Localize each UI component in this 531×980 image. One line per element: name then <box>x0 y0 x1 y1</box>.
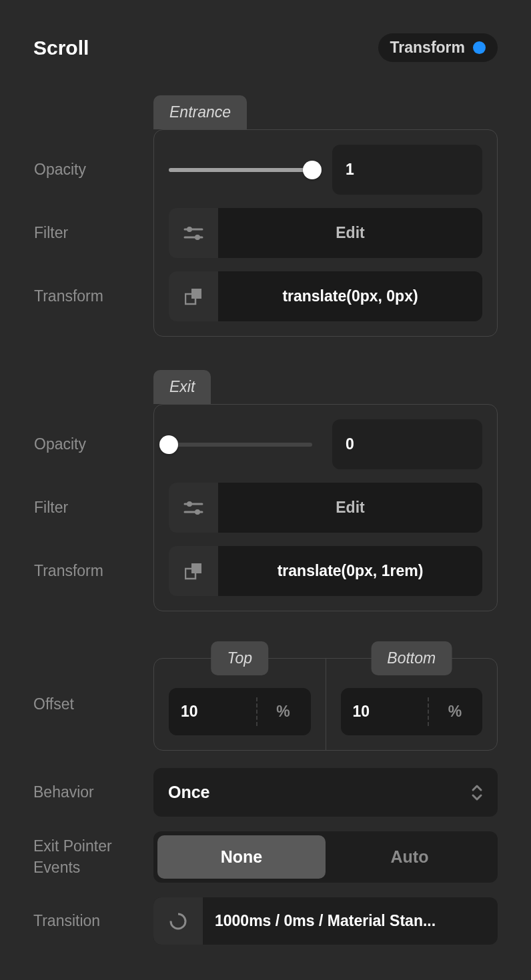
pointer-events-segmented: None Auto <box>153 831 498 883</box>
transform-badge-label: Transform <box>390 39 465 57</box>
entrance-transform-label: Transform <box>34 287 154 305</box>
offset-top-unit[interactable]: % <box>256 688 311 735</box>
entrance-filter-label: Filter <box>34 224 154 242</box>
offset-group: Top 10 % Bottom 10 % <box>153 658 498 751</box>
scroll-panel: Scroll Transform Entrance Opacity <box>0 0 531 971</box>
entrance-opacity-label: Opacity <box>34 161 154 179</box>
behavior-label: Behavior <box>33 783 153 801</box>
svg-rect-11 <box>191 563 201 573</box>
exit-tab: Exit <box>153 370 211 404</box>
offset-bottom-unit[interactable]: % <box>428 688 482 735</box>
transform-badge[interactable]: Transform <box>378 33 498 62</box>
exit-transform-button[interactable]: translate(0px, 1rem) <box>218 546 482 596</box>
entrance-group: Entrance Opacity 1 <box>153 95 498 337</box>
panel-header: Scroll Transform <box>33 33 498 62</box>
sliders-icon <box>169 483 218 533</box>
exit-transform-label: Transform <box>34 562 154 580</box>
offset-label: Offset <box>33 695 153 713</box>
offset-bottom-value: 10 <box>341 688 428 735</box>
status-dot-icon <box>473 41 486 54</box>
pointer-events-none[interactable]: None <box>157 835 326 879</box>
exit-group: Exit Opacity 0 <box>153 370 498 611</box>
panel-title: Scroll <box>33 37 89 59</box>
svg-point-8 <box>187 501 192 507</box>
offset-top-input[interactable]: 10 % <box>169 688 311 735</box>
svg-rect-5 <box>191 289 201 299</box>
exit-opacity-label: Opacity <box>34 435 154 453</box>
entrance-opacity-input[interactable]: 1 <box>332 145 482 195</box>
transition-value: 1000ms / 0ms / Material Stan... <box>203 897 498 945</box>
entrance-tab: Entrance <box>153 95 247 129</box>
exit-opacity-slider[interactable] <box>169 437 312 453</box>
behavior-value: Once <box>168 783 210 802</box>
svg-point-9 <box>195 509 200 515</box>
svg-point-3 <box>195 235 200 240</box>
offset-top-value: 10 <box>169 688 256 735</box>
exit-opacity-input[interactable]: 0 <box>332 419 482 469</box>
chevron-up-down-icon <box>471 784 483 801</box>
transition-button[interactable]: 1000ms / 0ms / Material Stan... <box>153 897 498 945</box>
transform-icon <box>169 546 218 596</box>
offset-bottom-input[interactable]: 10 % <box>341 688 483 735</box>
entrance-filter-button[interactable]: Edit <box>218 208 482 258</box>
behavior-select[interactable]: Once <box>153 768 498 817</box>
transform-icon <box>169 271 218 321</box>
svg-point-2 <box>187 227 192 232</box>
exit-filter-label: Filter <box>34 499 154 517</box>
transition-label: Transition <box>33 912 153 930</box>
svg-point-12 <box>171 914 185 929</box>
entrance-opacity-slider[interactable] <box>169 162 312 178</box>
timer-icon <box>153 897 203 945</box>
sliders-icon <box>169 208 218 258</box>
pointer-events-auto[interactable]: Auto <box>326 835 494 879</box>
offset-bottom-tab: Bottom <box>371 641 452 675</box>
offset-top-tab: Top <box>211 641 268 675</box>
exit-pointer-events-label: Exit Pointer Events <box>33 836 153 877</box>
exit-filter-button[interactable]: Edit <box>218 483 482 533</box>
entrance-transform-button[interactable]: translate(0px, 0px) <box>218 271 482 321</box>
